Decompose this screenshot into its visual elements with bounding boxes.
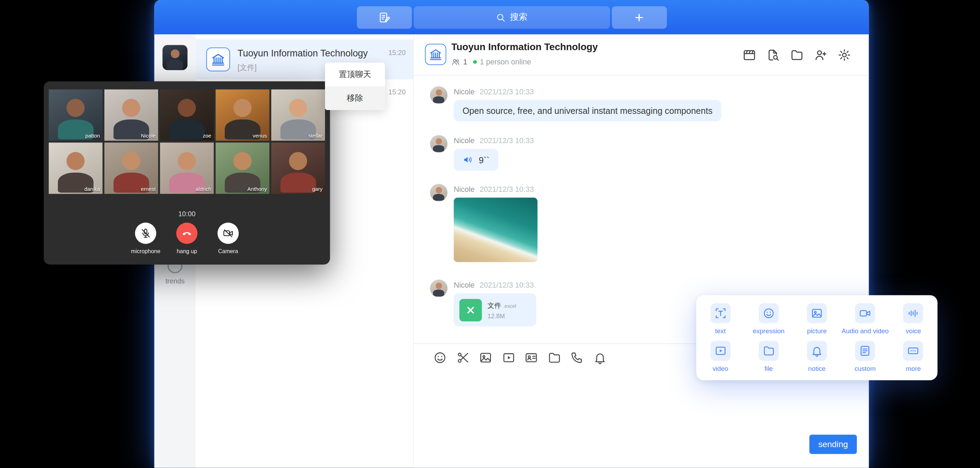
audio-video-icon — [855, 303, 875, 323]
video-icon[interactable] — [501, 351, 515, 364]
participant-video: Nicole — [104, 89, 158, 141]
participant-video: gary — [271, 142, 325, 193]
send-button[interactable]: sending — [810, 434, 857, 454]
conversation-time: 15:20 — [388, 49, 406, 56]
participant-video: stellar — [271, 89, 325, 141]
microphone-toggle[interactable]: microphone — [125, 222, 166, 254]
group-files-icon[interactable] — [790, 48, 804, 62]
message-header: Nicole 2021/12/3 10:33 — [454, 184, 818, 194]
avatar[interactable] — [430, 86, 447, 104]
conversation-preview: [文件] — [237, 63, 256, 73]
header-controls: 搜索 + — [357, 6, 667, 29]
video-play-icon — [710, 341, 730, 361]
member-count: 1 — [463, 58, 468, 66]
avatar[interactable] — [430, 280, 447, 297]
hang-up-button[interactable]: hang up — [166, 222, 208, 254]
sender-name: Nicole — [454, 281, 475, 289]
participant-video: danika — [49, 142, 102, 193]
message: Nicole 2021/12/3 10:33 9`` — [430, 135, 818, 171]
file-name: 文件 — [488, 300, 501, 310]
audio-duration: 9`` — [479, 155, 490, 165]
mic-off-icon — [135, 222, 156, 244]
participant-video: aldrich — [160, 142, 214, 193]
participant-video: ernest — [104, 142, 158, 193]
emoji-icon[interactable] — [433, 351, 447, 364]
audio-message-bubble[interactable]: 9`` — [454, 149, 498, 171]
message-header: Nicole 2021/12/3 10:33 — [454, 280, 818, 290]
menu-item-pin-chat[interactable]: 置顶聊天 — [325, 63, 385, 86]
context-menu: 置顶聊天 移除 — [325, 63, 385, 110]
feature-panel: text expression picture Audio and video … — [696, 295, 937, 380]
user-avatar[interactable] — [162, 45, 188, 70]
feature-audio-video[interactable]: Audio and video — [841, 300, 889, 338]
conversation-title: Tuoyun Information Technology — [237, 47, 381, 58]
hang-up-icon — [176, 222, 197, 244]
message-header: Nicole 2021/12/3 10:33 — [454, 86, 818, 96]
settings-icon[interactable] — [838, 48, 851, 62]
file-size: 12.8M — [488, 312, 516, 319]
add-button[interactable]: + — [611, 6, 667, 29]
message-input[interactable] — [414, 371, 869, 468]
sender-name: Nicole — [454, 88, 475, 96]
contact-card-icon[interactable] — [525, 351, 538, 364]
notification-icon[interactable] — [593, 351, 606, 364]
participant-video: venus — [216, 89, 269, 141]
feature-picture[interactable]: picture — [793, 300, 841, 338]
chat-title: Tuoyun Information Technology — [451, 42, 598, 53]
chat-meta: 1 1 person online — [451, 58, 531, 66]
feature-expression[interactable]: expression — [745, 300, 793, 338]
screen: 搜索 + trends Tuoyun Information Technolog… — [0, 0, 980, 468]
expression-icon — [759, 303, 778, 323]
title-bar: 搜索 + — [154, 0, 869, 35]
notes-button[interactable] — [357, 6, 412, 29]
file-folder-icon — [759, 341, 778, 361]
participant-video: patton — [49, 89, 102, 141]
feature-custom[interactable]: custom — [841, 338, 889, 375]
conversation-time: 15:20 — [388, 88, 406, 96]
message-time: 2021/12/3 10:33 — [480, 185, 534, 194]
image-icon[interactable] — [479, 351, 493, 364]
text-icon — [710, 303, 730, 323]
image-message[interactable] — [454, 198, 538, 262]
text-message-bubble[interactable]: Open source, free, and universal instant… — [454, 100, 721, 121]
feature-text[interactable]: text — [696, 300, 745, 338]
feature-voice[interactable]: voice — [889, 300, 937, 338]
notes-icon — [378, 11, 390, 23]
participant-grid: patton Nicole zoe venus stellar danika e… — [49, 89, 325, 194]
feature-video[interactable]: video — [696, 338, 745, 375]
feature-notice[interactable]: notice — [793, 338, 841, 375]
custom-doc-icon — [855, 341, 875, 361]
camera-toggle[interactable]: Camera — [207, 222, 249, 254]
file-info: 文件 .excel 12.8M — [488, 300, 516, 319]
excel-file-icon — [460, 299, 482, 321]
group-notice-icon[interactable] — [743, 48, 757, 62]
search-bar[interactable]: 搜索 — [414, 6, 610, 29]
avatar[interactable] — [430, 184, 447, 201]
menu-item-remove[interactable]: 移除 — [325, 86, 385, 110]
add-member-icon[interactable] — [814, 48, 827, 62]
trends-label: trends — [154, 277, 196, 285]
call-icon[interactable] — [570, 351, 584, 364]
audio-wave-icon — [463, 155, 473, 165]
online-dot — [473, 60, 477, 64]
notice-bell-icon — [807, 341, 827, 361]
members-icon — [451, 58, 460, 66]
file-message[interactable]: 文件 .excel 12.8M — [454, 293, 536, 326]
picture-icon — [807, 303, 827, 323]
sender-name: Nicole — [454, 185, 475, 194]
group-icon — [206, 47, 230, 71]
call-controls: microphone hang up Camera — [44, 222, 330, 254]
file-icon[interactable] — [547, 351, 561, 364]
video-call-overlay: patton Nicole zoe venus stellar danika e… — [44, 81, 330, 264]
screenshot-icon[interactable] — [456, 351, 470, 364]
search-icon — [496, 12, 506, 22]
online-status: 1 person online — [480, 58, 531, 66]
feature-more[interactable]: more — [889, 338, 937, 375]
participant-video: zoe — [160, 89, 214, 141]
avatar[interactable] — [430, 135, 447, 153]
chat-history-search-icon[interactable] — [766, 48, 780, 62]
message: Nicole 2021/12/3 10:33 Open source, free… — [430, 86, 818, 121]
plus-icon: + — [635, 10, 643, 25]
feature-file[interactable]: file — [745, 338, 793, 375]
chat-header: Tuoyun Information Technology 1 1 person… — [414, 35, 869, 76]
